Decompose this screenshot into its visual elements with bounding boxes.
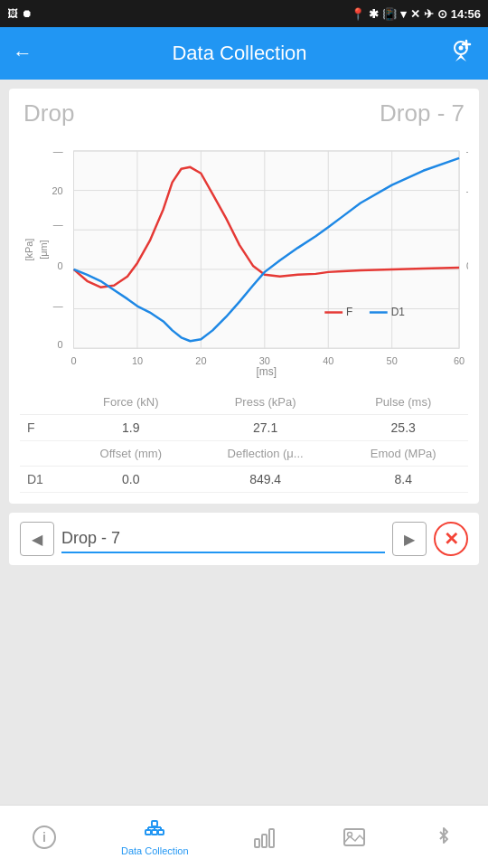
svg-text:0: 0 xyxy=(58,260,63,271)
drop-number: Drop - 7 xyxy=(380,99,465,127)
nav-bluetooth[interactable] xyxy=(431,825,456,850)
main-content: Drop Drop - 7 xyxy=(0,80,488,805)
svg-rect-47 xyxy=(158,830,164,835)
f-label: F xyxy=(20,415,70,441)
nav-image[interactable] xyxy=(342,825,367,850)
d1-emod-value: 8.4 xyxy=(338,467,468,493)
vibrate-icon: 📳 xyxy=(382,7,397,21)
nav-data-collection-label: Data Collection xyxy=(121,845,189,856)
svg-text:20: 20 xyxy=(195,355,206,366)
deflection-header: Deflection (μ... xyxy=(192,441,339,467)
next-drop-button[interactable]: ▶ xyxy=(392,522,427,556)
drop-input[interactable] xyxy=(61,525,385,553)
d1-data-row: D1 0.0 849.4 8.4 xyxy=(20,467,468,493)
d1-offset-value: 0.0 xyxy=(70,467,192,493)
svg-text:—: — xyxy=(466,185,468,196)
drop-selector: ◀ ▶ ✕ xyxy=(9,513,479,565)
pulse-header: Pulse (ms) xyxy=(338,390,468,415)
wifi-icon: ▾ xyxy=(400,7,407,21)
drop-label: Drop xyxy=(23,99,74,127)
nav-info[interactable]: i xyxy=(32,825,57,850)
nav-data-collection[interactable]: Data Collection xyxy=(121,818,189,856)
press-header: Press (kPa) xyxy=(192,390,339,415)
bottom-nav: i Data Collection xyxy=(0,805,488,868)
svg-text:50: 50 xyxy=(387,355,398,366)
svg-text:[μm]: [μm] xyxy=(38,240,49,259)
svg-rect-53 xyxy=(269,829,274,847)
status-bar: 🖼 ⏺ 📍 ✱ 📳 ▾ ✕ ✈ ⊙ 14:56 xyxy=(0,0,488,27)
add-location-button[interactable] xyxy=(446,36,475,71)
airplane-icon: ✈ xyxy=(424,7,434,21)
drop-header: Drop Drop - 7 xyxy=(20,99,468,127)
svg-rect-45 xyxy=(145,830,151,835)
sync-icon: ⊙ xyxy=(437,7,447,21)
svg-text:—: — xyxy=(53,300,63,311)
bluetooth-icon: ✱ xyxy=(369,7,379,21)
svg-text:0: 0 xyxy=(58,339,63,350)
clear-drop-button[interactable]: ✕ xyxy=(434,522,468,556)
page-title: Data Collection xyxy=(172,42,306,65)
gallery-icon: 🖼 xyxy=(7,7,18,20)
svg-rect-46 xyxy=(152,830,157,835)
f-pulse-value: 25.3 xyxy=(338,415,468,441)
back-button[interactable]: ← xyxy=(13,42,33,65)
prev-drop-button[interactable]: ◀ xyxy=(20,522,54,556)
svg-text:F: F xyxy=(346,306,352,318)
status-right: 📍 ✱ 📳 ▾ ✕ ✈ ⊙ 14:56 xyxy=(351,7,481,21)
signal-icon: ✕ xyxy=(410,7,420,21)
d1-deflection-value: 849.4 xyxy=(192,467,339,493)
f-data-row: F 1.9 27.1 25.3 xyxy=(20,415,468,441)
svg-text:[kPa]: [kPa] xyxy=(23,239,34,261)
svg-text:—: — xyxy=(466,146,468,156)
emod-header: Emod (MPa) xyxy=(338,441,468,467)
data-table: Force (kN) Press (kPa) Pulse (ms) F 1.9 … xyxy=(20,390,468,493)
bluetooth-icon-nav xyxy=(431,825,456,850)
svg-text:[ms]: [ms] xyxy=(257,365,277,378)
force-header: Force (kN) xyxy=(70,390,192,415)
svg-text:10: 10 xyxy=(132,355,143,366)
empty-header xyxy=(20,390,70,415)
time-display: 14:56 xyxy=(451,7,481,21)
chart-svg: — 20 — 0 — 0 — — 0 [kPa] [μm] 0 10 20 30… xyxy=(20,137,468,381)
table-header-row-2: Offset (mm) Deflection (μ... Emod (MPa) xyxy=(20,441,468,467)
svg-text:40: 40 xyxy=(323,355,333,366)
empty-header-2 xyxy=(20,441,70,467)
chart-icon xyxy=(252,825,277,850)
chart-container: — 20 — 0 — 0 — — 0 [kPa] [μm] 0 10 20 30… xyxy=(20,137,468,381)
svg-text:20: 20 xyxy=(52,185,62,196)
d1-label: D1 xyxy=(20,467,70,493)
svg-text:60: 60 xyxy=(454,355,465,366)
image-icon xyxy=(342,825,367,850)
nav-chart[interactable] xyxy=(252,825,277,850)
top-bar: ← Data Collection xyxy=(0,27,488,80)
svg-text:—: — xyxy=(53,146,63,156)
offset-header: Offset (mm) xyxy=(70,441,192,467)
data-collection-icon xyxy=(142,818,167,844)
svg-text:—: — xyxy=(53,219,63,230)
svg-text:i: i xyxy=(42,830,46,844)
svg-rect-51 xyxy=(255,839,259,847)
location-icon: 📍 xyxy=(351,7,365,21)
svg-rect-52 xyxy=(262,835,267,847)
table-header-row-1: Force (kN) Press (kPa) Pulse (ms) xyxy=(20,390,468,415)
svg-text:0: 0 xyxy=(466,260,468,271)
record-icon: ⏺ xyxy=(22,7,33,20)
svg-text:0: 0 xyxy=(70,355,76,366)
svg-text:D1: D1 xyxy=(391,306,406,318)
status-icons: 🖼 ⏺ xyxy=(7,7,33,20)
f-force-value: 1.9 xyxy=(70,415,192,441)
info-icon: i xyxy=(32,825,57,850)
svg-point-1 xyxy=(459,46,464,51)
svg-rect-43 xyxy=(152,821,157,826)
data-card: Drop Drop - 7 xyxy=(9,89,479,504)
f-press-value: 27.1 xyxy=(192,415,339,441)
